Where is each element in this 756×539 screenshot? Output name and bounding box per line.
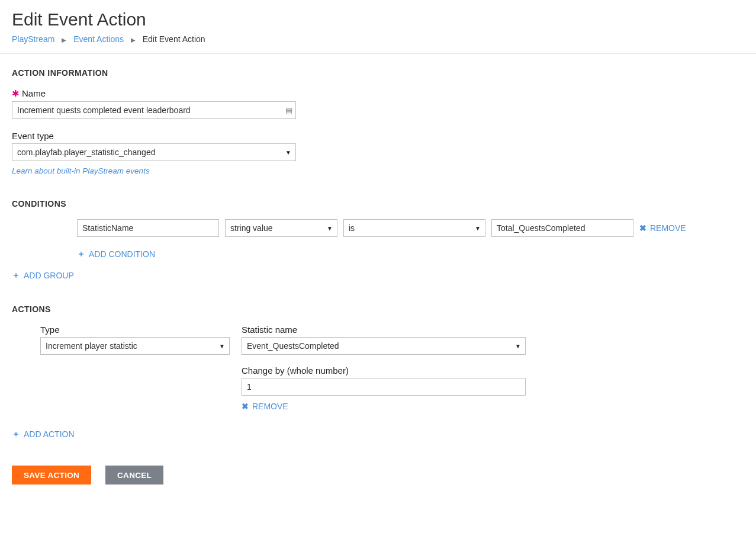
breadcrumb-current: Edit Event Action: [143, 34, 205, 44]
condition-operator-select[interactable]: is: [343, 219, 485, 237]
section-title-conditions: CONDITIONS: [12, 199, 744, 208]
condition-row: string value ▼ is ▼ ✖ REMOVE: [77, 219, 744, 237]
add-condition-button[interactable]: ＋ ADD CONDITION: [77, 249, 155, 259]
contact-card-icon: ▤: [285, 106, 292, 115]
condition-value-input[interactable]: [491, 219, 633, 237]
section-title-action-info: ACTION INFORMATION: [12, 68, 744, 78]
learn-events-link[interactable]: Learn about built-in PlayStream events: [12, 166, 150, 175]
plus-icon: ＋: [12, 270, 20, 281]
action-information-section: ACTION INFORMATION ✱Name ▤ Event type co…: [12, 68, 744, 175]
close-icon: ✖: [242, 402, 249, 411]
action-type-select[interactable]: Increment player statistic: [40, 337, 230, 355]
condition-value-type-select[interactable]: string value: [225, 219, 337, 237]
event-type-select[interactable]: com.playfab.player_statistic_changed: [12, 143, 296, 161]
statistic-name-label: Statistic name: [242, 325, 526, 335]
name-label: ✱Name: [12, 88, 744, 99]
actions-section: ACTIONS Type Increment player statistic …: [12, 304, 744, 439]
change-by-input[interactable]: [242, 378, 526, 396]
action-type-label: Type: [40, 325, 230, 335]
divider: [0, 53, 756, 54]
condition-field-input[interactable]: [77, 219, 219, 237]
remove-action-button[interactable]: ✖ REMOVE: [242, 402, 288, 411]
chevron-right-icon: ▶: [131, 37, 136, 43]
chevron-right-icon: ▶: [62, 37, 66, 43]
footer-buttons: SAVE ACTION CANCEL: [12, 466, 744, 485]
add-group-button[interactable]: ＋ ADD GROUP: [12, 270, 74, 281]
cancel-button[interactable]: CANCEL: [105, 466, 163, 485]
breadcrumb-link-event-actions[interactable]: Event Actions: [73, 34, 124, 44]
plus-icon: ＋: [77, 249, 85, 259]
add-action-button[interactable]: ＋ ADD ACTION: [12, 429, 75, 439]
save-button[interactable]: SAVE ACTION: [12, 466, 91, 485]
required-icon: ✱: [12, 88, 20, 98]
section-title-actions: ACTIONS: [12, 304, 744, 314]
conditions-section: CONDITIONS string value ▼ is ▼ ✖ REMOVE: [12, 199, 744, 281]
breadcrumb: PlayStream ▶ Event Actions ▶ Edit Event …: [12, 34, 744, 44]
close-icon: ✖: [639, 223, 646, 233]
name-input[interactable]: [12, 101, 296, 119]
change-by-label: Change by (whole number): [242, 365, 526, 376]
remove-condition-button[interactable]: ✖ REMOVE: [639, 223, 686, 233]
page-title: Edit Event Action: [12, 9, 744, 30]
breadcrumb-link-playstream[interactable]: PlayStream: [12, 34, 54, 44]
statistic-name-select[interactable]: Event_QuestsCompleted: [242, 337, 526, 355]
plus-icon: ＋: [12, 429, 20, 439]
event-type-label: Event type: [12, 131, 744, 141]
